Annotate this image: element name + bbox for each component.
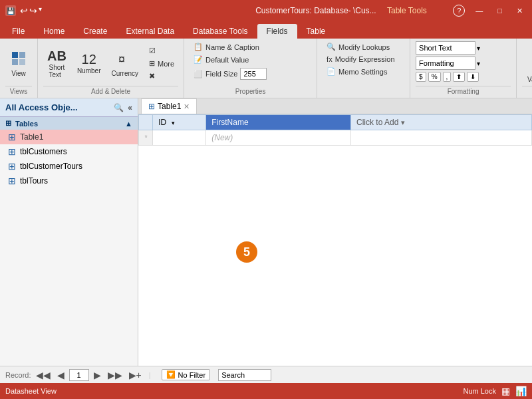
search-input[interactable] bbox=[218, 369, 271, 381]
first-record-button[interactable]: ◀◀ bbox=[34, 370, 53, 380]
panel-item-label-0: Table1 bbox=[20, 132, 43, 142]
field-size-input[interactable] bbox=[240, 68, 267, 80]
memo-settings-button[interactable]: 📄 Memo Settings bbox=[323, 66, 391, 77]
delete-field-button[interactable]: ✖ bbox=[145, 70, 178, 82]
panel-item-tbltours[interactable]: ⊞ tblTours bbox=[0, 174, 138, 188]
ribbon: View Views AB ShortText 12 Number ¤ Curr… bbox=[0, 39, 532, 98]
quick-access-more[interactable]: ▾ bbox=[39, 5, 42, 16]
undo-redo-group: ↩ ↪ ▾ bbox=[20, 5, 42, 16]
layout-icon[interactable]: 📊 bbox=[515, 386, 527, 396]
new-record-button[interactable]: ▶+ bbox=[127, 370, 144, 380]
currency-label: Currency bbox=[111, 70, 138, 77]
click-to-add-header[interactable]: Click to Add ▾ bbox=[351, 115, 532, 130]
click-to-add-label: Click to Add bbox=[356, 118, 398, 127]
content-tab-close[interactable]: ✕ bbox=[184, 102, 190, 111]
record-label: Record: bbox=[5, 371, 31, 379]
tab-home[interactable]: Home bbox=[34, 24, 74, 39]
format-dropdown[interactable] bbox=[416, 57, 475, 70]
default-value-button[interactable]: 📝 Default Value bbox=[190, 54, 253, 65]
click-to-add-arrow-icon: ▾ bbox=[401, 118, 405, 127]
panel-item-label-1: tblCustomers bbox=[20, 147, 67, 156]
redo-button[interactable]: ↪ bbox=[29, 5, 37, 16]
firstname-cell-new[interactable]: (New) bbox=[206, 130, 351, 146]
tab-database-tools[interactable]: Database Tools bbox=[184, 24, 257, 39]
checkbox-button[interactable]: ☑ bbox=[145, 45, 178, 57]
firstname-column-header[interactable]: FirstName bbox=[206, 115, 351, 130]
short-text-button[interactable]: AB ShortText bbox=[43, 47, 70, 81]
svg-rect-2 bbox=[12, 59, 18, 65]
checkbox-icon: ☑ bbox=[149, 47, 156, 55]
panel-search-icon[interactable]: 🔍 bbox=[114, 103, 124, 112]
save-icon[interactable]: 💾 bbox=[5, 5, 16, 16]
more-fields-button[interactable]: ⊞ More bbox=[145, 58, 178, 69]
modify-lookups-button[interactable]: 🔍 Modify Lookups bbox=[323, 41, 394, 53]
tab-create[interactable]: Create bbox=[74, 24, 116, 39]
tab-external-data[interactable]: External Data bbox=[116, 24, 184, 39]
panel-item-label-2: tblCustomerTours bbox=[20, 162, 82, 171]
filter-label: No Filter bbox=[178, 371, 206, 379]
name-caption-button[interactable]: 📋 Name & Caption bbox=[190, 41, 263, 53]
grid-view-icon[interactable]: ▦ bbox=[501, 386, 510, 396]
view-button[interactable]: View bbox=[5, 48, 32, 80]
title-bar-left: 💾 ↩ ↪ ▾ bbox=[5, 5, 229, 16]
modify-group-label bbox=[323, 86, 404, 95]
left-panel: All Access Obje... 🔍 « ⊞ Tables ▲ ⊞ Tabl… bbox=[0, 98, 138, 366]
id-cell-new[interactable] bbox=[153, 130, 206, 146]
dollar-button[interactable]: $ bbox=[416, 72, 426, 82]
minimize-button[interactable]: — bbox=[471, 5, 487, 16]
table-wrapper: ID ▾ FirstName Click to Add ▾ bbox=[138, 114, 532, 366]
table-icon-3: ⊞ bbox=[8, 176, 16, 186]
last-record-button[interactable]: ▶▶ bbox=[106, 370, 124, 380]
panel-collapse-button[interactable]: « bbox=[128, 103, 132, 112]
default-value-icon: 📝 bbox=[194, 55, 203, 64]
panel-item-table1[interactable]: ⊞ Table1 bbox=[0, 130, 138, 144]
modify-expression-icon: fx bbox=[327, 55, 332, 63]
type-dropdown-arrow[interactable]: ▾ bbox=[477, 45, 480, 52]
row-marker-header bbox=[139, 115, 153, 130]
tab-file[interactable]: File bbox=[3, 24, 34, 39]
content-tab-row: ⊞ Table1 ✕ bbox=[138, 98, 532, 114]
next-record-button[interactable]: ▶ bbox=[92, 370, 103, 380]
extra-cell-new bbox=[351, 130, 532, 146]
content-area: ⊞ Table1 ✕ ID ▾ FirstName bbox=[138, 98, 532, 366]
tables-section-header[interactable]: ⊞ Tables ▲ bbox=[0, 117, 138, 130]
decimal-up-button[interactable]: ⬆ bbox=[453, 72, 465, 82]
field-validation-label: FieldValidation bbox=[527, 68, 532, 83]
tab-table[interactable]: Table bbox=[297, 24, 335, 39]
field-size-icon: ⬜ bbox=[194, 70, 203, 78]
ribbon-group-formatting: ▾ ▾ $ % , ⬆ ⬇ Formatting bbox=[410, 39, 517, 98]
type-dropdown[interactable] bbox=[416, 41, 475, 55]
currency-button[interactable]: ¤ Currency bbox=[107, 48, 142, 80]
panel-item-tblcustomertours[interactable]: ⊞ tblCustomerTours bbox=[0, 159, 138, 174]
id-column-header[interactable]: ID ▾ bbox=[153, 115, 206, 130]
close-button[interactable]: ✕ bbox=[513, 5, 527, 17]
filter-button[interactable]: 🔽 No Filter bbox=[162, 369, 211, 380]
content-tab-table1[interactable]: ⊞ Table1 ✕ bbox=[141, 98, 197, 114]
comma-button[interactable]: , bbox=[443, 72, 452, 82]
main-area: All Access Obje... 🔍 « ⊞ Tables ▲ ⊞ Tabl… bbox=[0, 98, 532, 366]
prev-record-button[interactable]: ◀ bbox=[55, 370, 66, 380]
ribbon-tab-bar: File Home Create External Data Database … bbox=[0, 21, 532, 39]
tab-fields[interactable]: Fields bbox=[257, 24, 297, 39]
name-caption-icon: 📋 bbox=[194, 43, 203, 51]
field-validation-button[interactable]: ✓ FieldValidation bbox=[522, 42, 532, 86]
percent-button[interactable]: % bbox=[428, 72, 441, 82]
help-button[interactable]: ? bbox=[453, 5, 465, 17]
panel-item-tblcustomers[interactable]: ⊞ tblCustomers bbox=[0, 144, 138, 159]
panel-item-label-3: tblTours bbox=[20, 176, 48, 186]
maximize-button[interactable]: □ bbox=[493, 5, 506, 16]
modify-lookups-icon: 🔍 bbox=[327, 43, 336, 51]
number-button[interactable]: 12 Number bbox=[73, 50, 105, 77]
ribbon-group-views: View Views bbox=[0, 39, 38, 98]
app-title: CustomerTours: Database- \Cus... Table T… bbox=[229, 6, 454, 15]
number-label: Number bbox=[77, 67, 101, 74]
undo-button[interactable]: ↩ bbox=[20, 5, 28, 16]
view-status-label: Datasheet View bbox=[5, 387, 57, 395]
format-dropdown-arrow[interactable]: ▾ bbox=[477, 60, 480, 67]
nav-separator: | bbox=[149, 371, 151, 379]
current-record-input[interactable] bbox=[69, 369, 89, 381]
decimal-down-button[interactable]: ⬇ bbox=[467, 72, 479, 82]
table-icon-1: ⊞ bbox=[8, 146, 16, 157]
panel-title: All Access Obje... bbox=[5, 102, 78, 112]
modify-expression-button[interactable]: fx Modify Expression bbox=[323, 54, 398, 65]
